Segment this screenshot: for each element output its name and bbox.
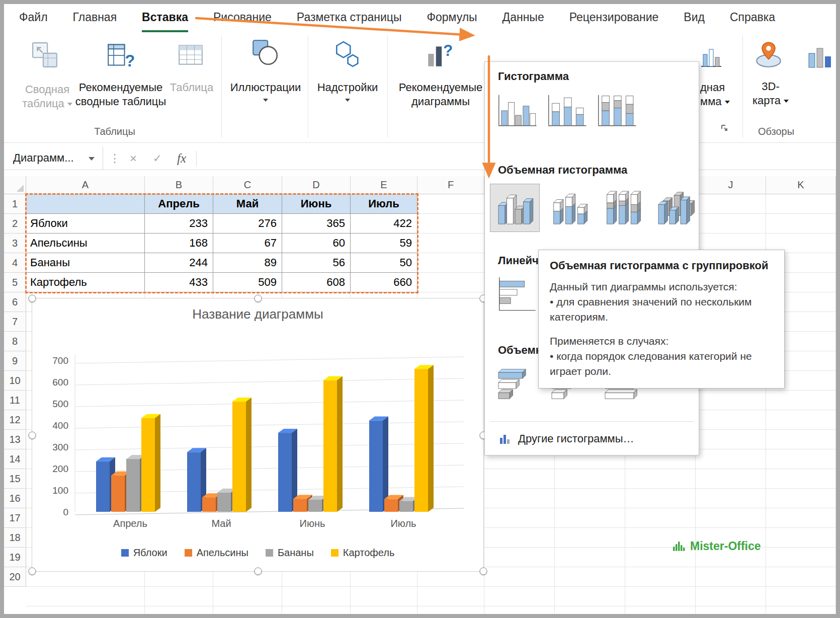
recommended-charts-button[interactable]: ? bbox=[425, 40, 454, 71]
row-header-1[interactable]: 1 bbox=[4, 194, 26, 214]
insert-function-icon[interactable]: fx bbox=[173, 147, 190, 170]
table-cell[interactable]: 50 bbox=[351, 253, 417, 273]
row-header-5[interactable]: 5 bbox=[4, 273, 26, 292]
table-cell[interactable]: 67 bbox=[213, 234, 282, 253]
table-header-cell[interactable] bbox=[26, 194, 145, 214]
addins-button[interactable] bbox=[332, 39, 361, 70]
table-row-label[interactable]: Картофель bbox=[26, 273, 145, 292]
row-header-20[interactable]: 20 bbox=[4, 567, 26, 587]
table-cell[interactable]: 660 bbox=[351, 273, 417, 292]
table-cell[interactable]: 168 bbox=[145, 234, 213, 253]
chart-resize-handle[interactable] bbox=[480, 568, 487, 575]
row-header-8[interactable]: 8 bbox=[4, 332, 26, 351]
table-cell[interactable]: 509 bbox=[213, 273, 282, 292]
table-cell[interactable]: 433 bbox=[145, 273, 213, 292]
tab-Рецензирование[interactable]: Рецензирование bbox=[569, 4, 659, 32]
column-header-K[interactable]: K bbox=[766, 176, 836, 194]
row-header-6[interactable]: 6 bbox=[4, 292, 26, 312]
section-3d-histogram-title: Объемная гистограмма bbox=[498, 164, 627, 177]
row-header-14[interactable]: 14 bbox=[4, 449, 26, 469]
column-header-F[interactable]: F bbox=[417, 176, 484, 194]
chart-type-3d-100-stacked-column[interactable] bbox=[597, 184, 646, 232]
table-row-label[interactable]: Апельсины bbox=[26, 234, 145, 253]
row-header-13[interactable]: 13 bbox=[4, 430, 26, 449]
column-header-C[interactable]: C bbox=[213, 176, 282, 194]
chart-type-clustered-column[interactable] bbox=[494, 89, 540, 131]
chart-type-100-stacked-column[interactable] bbox=[594, 89, 640, 131]
table-cell[interactable]: 59 bbox=[351, 234, 417, 253]
tab-Вид[interactable]: Вид bbox=[684, 4, 705, 32]
clustered-column-3d-icon bbox=[493, 188, 537, 228]
table-header-cell[interactable]: Апрель bbox=[145, 194, 213, 214]
more-histograms-item[interactable]: Другие гистограммы… bbox=[485, 425, 699, 452]
tab-Разметка страницы[interactable]: Разметка страницы bbox=[297, 4, 402, 32]
row-header-7[interactable]: 7 bbox=[4, 312, 26, 332]
svg-text:600: 600 bbox=[52, 377, 68, 388]
row-header-12[interactable]: 12 bbox=[4, 410, 26, 430]
cancel-icon[interactable]: × bbox=[125, 147, 142, 170]
table-cell[interactable]: 56 bbox=[282, 253, 351, 273]
chart-type-3d-clustered-bar[interactable] bbox=[490, 360, 540, 408]
row-header-2[interactable]: 2 bbox=[4, 214, 26, 234]
row-header-18[interactable]: 18 bbox=[4, 528, 26, 548]
row-header-19[interactable]: 19 bbox=[4, 548, 26, 567]
chart-legend[interactable]: ЯблокиАпельсиныБананыКартофель bbox=[32, 547, 483, 559]
row-header-3[interactable]: 3 bbox=[4, 234, 26, 253]
table-cell[interactable]: 60 bbox=[282, 234, 351, 253]
row-header-4[interactable]: 4 bbox=[4, 253, 26, 273]
row-header-17[interactable]: 17 bbox=[4, 508, 26, 528]
name-box-chevron-icon[interactable] bbox=[89, 157, 95, 161]
chart-title[interactable]: Название диаграммы bbox=[32, 306, 483, 322]
tab-Файл[interactable]: Файл bbox=[19, 4, 48, 32]
embedded-chart[interactable]: Название диаграммы 010020030040050060070… bbox=[32, 298, 484, 572]
map-3d-button[interactable] bbox=[754, 40, 783, 70]
chart-resize-handle[interactable] bbox=[29, 432, 36, 439]
chart-type-3d-column[interactable] bbox=[650, 184, 700, 232]
table-cell[interactable]: 365 bbox=[282, 214, 351, 234]
chart-resize-handle[interactable] bbox=[255, 295, 262, 302]
table-row-label[interactable]: Яблоки bbox=[26, 214, 145, 234]
tab-Главная[interactable]: Главная bbox=[73, 4, 117, 32]
chart-resize-handle[interactable] bbox=[255, 568, 262, 575]
select-all-corner[interactable] bbox=[4, 176, 26, 194]
chevron-down-icon bbox=[725, 101, 730, 104]
table-cell[interactable]: 233 bbox=[145, 214, 213, 234]
table-cell[interactable]: 276 bbox=[213, 214, 282, 234]
chart-type-stacked-column[interactable] bbox=[544, 89, 590, 131]
table-header-cell[interactable]: Июль bbox=[351, 194, 417, 214]
table-header-cell[interactable]: Июнь bbox=[282, 194, 351, 214]
illustrations-button[interactable] bbox=[249, 37, 280, 70]
row-header-9[interactable]: 9 bbox=[4, 351, 26, 371]
column-header-D[interactable]: D bbox=[282, 176, 351, 194]
row-header-11[interactable]: 11 bbox=[4, 391, 26, 410]
row-header-10[interactable]: 10 bbox=[4, 371, 26, 391]
row-header-16[interactable]: 16 bbox=[4, 489, 26, 508]
chart-type-clustered-bar[interactable] bbox=[494, 273, 540, 316]
column-header-A[interactable]: A bbox=[26, 176, 145, 194]
tab-Справка[interactable]: Справка bbox=[730, 4, 775, 32]
table-cell[interactable]: 244 bbox=[145, 253, 213, 273]
svg-text:0: 0 bbox=[63, 507, 68, 517]
column-header-J[interactable]: J bbox=[696, 176, 766, 194]
chart-resize-handle[interactable] bbox=[29, 568, 36, 575]
enter-icon[interactable]: ✓ bbox=[149, 147, 166, 170]
svg-text:700: 700 bbox=[52, 355, 68, 366]
table-row-label[interactable]: Бананы bbox=[26, 253, 145, 273]
table-cell[interactable]: 89 bbox=[213, 253, 282, 273]
column-header-E[interactable]: E bbox=[351, 176, 417, 194]
tab-Формулы[interactable]: Формулы bbox=[427, 4, 477, 32]
tab-Вставка[interactable]: Вставка bbox=[142, 4, 188, 32]
recommended-pivots-button[interactable]: ? bbox=[107, 40, 135, 70]
dialog-launcher-icon[interactable] bbox=[720, 124, 728, 134]
chart-type-3d-clustered-column[interactable] bbox=[490, 184, 540, 232]
splitter-dots-icon[interactable]: ⋮ bbox=[106, 147, 123, 170]
table-cell[interactable]: 422 bbox=[351, 214, 417, 234]
row-header-15[interactable]: 15 bbox=[4, 469, 26, 489]
chart-resize-handle[interactable] bbox=[29, 295, 36, 302]
tab-Рисование[interactable]: Рисование bbox=[213, 4, 272, 32]
table-header-cell[interactable]: Май bbox=[213, 194, 282, 214]
table-cell[interactable]: 608 bbox=[282, 273, 351, 292]
tab-Данные[interactable]: Данные bbox=[502, 4, 544, 32]
chart-type-3d-stacked-column[interactable] bbox=[543, 184, 593, 232]
column-header-B[interactable]: B bbox=[145, 176, 213, 194]
